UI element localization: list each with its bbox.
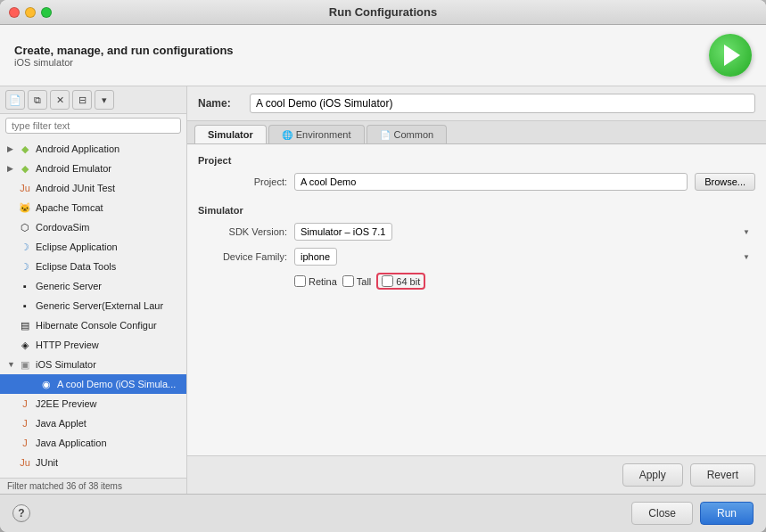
hibernate-icon: ▤: [18, 318, 32, 332]
expander-android-emulator: ▶: [7, 160, 18, 176]
device-family-form-row: Device Family: iphone: [198, 248, 755, 266]
left-toolbar: 📄 ⧉ ✕ ⊟ ▾: [0, 86, 186, 114]
tree-item-label: Java Application: [36, 435, 107, 451]
project-label: Project:: [198, 176, 287, 187]
project-section: Project Project: Browse...: [198, 155, 755, 191]
tree-item-generic-server[interactable]: ▪ Generic Server: [0, 276, 186, 296]
header-text: Create, manage, and run configurations i…: [14, 44, 234, 68]
apache-tomcat-icon: 🐱: [18, 201, 32, 215]
filter-button[interactable]: ▾: [95, 90, 114, 110]
android-junit-icon: Ju: [18, 181, 32, 195]
main-content: 📄 ⧉ ✕ ⊟ ▾ ▶ ◆ Android Application ▶ ◆ An…: [0, 86, 766, 494]
tree-item-java-applet[interactable]: J Java Applet: [0, 413, 186, 433]
right-panel: Name: Simulator 🌐 Environment 📄 Common: [187, 86, 766, 494]
retina-checkbox[interactable]: [294, 275, 306, 287]
java-application-icon: J: [18, 436, 32, 450]
tree-item-android-emulator[interactable]: ▶ ◆ Android Emulator: [0, 159, 186, 178]
simulator-section-title: Simulator: [198, 205, 755, 216]
expander-android-app: ▶: [7, 141, 18, 157]
tree-item-apache-tomcat[interactable]: 🐱 Apache Tomcat: [0, 198, 186, 217]
common-tab-icon: 📄: [380, 130, 391, 140]
device-family-select-wrapper: iphone: [294, 248, 755, 266]
filter-status: Filter matched 36 of 38 items: [0, 478, 186, 494]
tabs-row: Simulator 🌐 Environment 📄 Common: [187, 121, 766, 144]
name-field[interactable]: [250, 94, 755, 113]
tree-item-label: HTTP Preview: [36, 337, 99, 353]
eclipse-app-icon: ☽: [18, 240, 32, 254]
tree-item-ios-sim-cool[interactable]: ◉ A cool Demo (iOS Simula...: [0, 374, 186, 394]
tree-item-hibernate[interactable]: ▤ Hibernate Console Configur: [0, 315, 186, 335]
android-app-icon: ◆: [18, 142, 32, 156]
minimize-window-button[interactable]: [25, 7, 36, 18]
tree-item-ios-simulator[interactable]: ▼ ▣ iOS Simulator: [0, 355, 186, 374]
tree-item-label: Eclipse Application: [36, 239, 118, 255]
collapse-all-button[interactable]: ⊟: [72, 90, 92, 110]
tall-checkbox[interactable]: [342, 275, 354, 287]
expander-generic-server-ext: [7, 298, 18, 314]
expander-j2ee-preview: [7, 396, 18, 412]
title-bar: Run Configurations: [0, 0, 766, 25]
tree-item-generic-server-ext[interactable]: ▪ Generic Server(External Laur: [0, 296, 186, 315]
expander-android-junit: [7, 180, 18, 196]
device-family-select[interactable]: iphone: [294, 248, 337, 266]
tree-item-http-preview[interactable]: ◈ HTTP Preview: [0, 335, 186, 355]
close-window-button[interactable]: [9, 7, 20, 18]
browse-button[interactable]: Browse...: [695, 173, 755, 191]
tree-item-junit[interactable]: Ju JUnit: [0, 453, 186, 472]
tab-environment[interactable]: 🌐 Environment: [268, 125, 365, 143]
tree-item-label: Android Application: [36, 141, 119, 157]
footer-actions: Close Run: [631, 502, 754, 525]
project-form-row: Project: Browse...: [198, 173, 755, 191]
tree-item-eclipse-data[interactable]: ☽ Eclipse Data Tools: [0, 257, 186, 276]
bit64-highlighted-wrapper: 64 bit: [376, 273, 425, 290]
device-family-label: Device Family:: [198, 251, 287, 262]
project-input[interactable]: [294, 173, 688, 191]
tree-item-label: J2EE Preview: [36, 396, 96, 412]
sdk-form-row: SDK Version: Simulator – iOS 7.1: [198, 223, 755, 241]
tree-item-label: Hibernate Console Configur: [36, 317, 157, 333]
tab-simulator[interactable]: Simulator: [194, 125, 267, 143]
content-area: Project Project: Browse... Simulator SDK…: [187, 144, 766, 455]
tree-item-android-junit[interactable]: Ju Android JUnit Test: [0, 178, 186, 198]
apply-button[interactable]: Apply: [622, 463, 683, 487]
tree-item-cordoba-sim[interactable]: ⬡ CordovaSim: [0, 217, 186, 237]
bottom-buttons: Apply Revert: [187, 455, 766, 494]
retina-label: Retina: [309, 276, 337, 287]
tab-common[interactable]: 📄 Common: [367, 125, 448, 143]
close-button[interactable]: Close: [631, 502, 693, 525]
tall-checkbox-item[interactable]: Tall: [342, 275, 372, 287]
run-configuration-button[interactable]: [709, 34, 752, 77]
checkboxes-row: Retina Tall 64 bit: [294, 273, 755, 290]
delete-configuration-button[interactable]: ✕: [50, 90, 70, 110]
tree-item-eclipse-app[interactable]: ☽ Eclipse Application: [0, 237, 186, 257]
android-emulator-icon: ◆: [18, 161, 32, 176]
sdk-version-select[interactable]: Simulator – iOS 7.1: [294, 223, 392, 241]
tree-item-j2ee-preview[interactable]: J J2EE Preview: [0, 394, 186, 413]
sdk-select-wrapper: Simulator – iOS 7.1: [294, 223, 755, 241]
help-button[interactable]: ?: [12, 504, 30, 522]
tab-environment-label: Environment: [296, 129, 351, 140]
expander-eclipse-data: [7, 258, 18, 274]
new-configuration-button[interactable]: 📄: [5, 90, 25, 110]
expander-ios-simulator: ▼: [7, 356, 18, 372]
maximize-window-button[interactable]: [41, 7, 52, 18]
filter-input[interactable]: [5, 118, 181, 134]
tree-item-label: Generic Server: [36, 278, 102, 294]
tree-item-java-application[interactable]: J Java Application: [0, 433, 186, 453]
revert-button[interactable]: Revert: [690, 463, 755, 487]
tree-item-android-app[interactable]: ▶ ◆ Android Application: [0, 139, 186, 159]
run-button[interactable]: Run: [700, 502, 754, 525]
http-icon: ◈: [18, 338, 32, 352]
duplicate-configuration-button[interactable]: ⧉: [28, 90, 47, 110]
window-controls: [9, 7, 52, 18]
expander-java-applet: [7, 415, 18, 431]
bit64-checkbox[interactable]: [382, 275, 393, 287]
expander-junit: [7, 454, 18, 471]
cordoba-icon: ⬡: [18, 220, 32, 234]
tree-item-label: Android JUnit Test: [36, 180, 115, 196]
bit64-label: 64 bit: [396, 276, 420, 287]
retina-checkbox-item[interactable]: Retina: [294, 275, 337, 287]
footer-bar: ? Close Run: [0, 494, 766, 532]
expander-ios-sim-cool: [29, 376, 39, 392]
tree-item-label: Android Emulator: [36, 160, 111, 176]
